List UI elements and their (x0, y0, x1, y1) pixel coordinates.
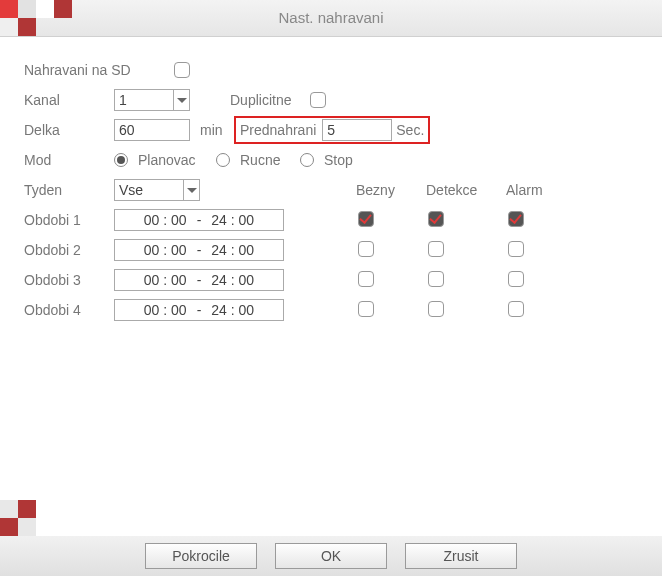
col-alarm: Alarm (506, 182, 566, 198)
period-from: 00 : 00 (144, 272, 187, 288)
period-time-input[interactable]: 00 : 00-24 : 00 (114, 209, 284, 231)
period-alarm-checkbox[interactable] (508, 241, 524, 257)
period-to: 24 : 00 (211, 212, 254, 228)
advanced-button[interactable]: Pokrocile (145, 543, 257, 569)
period-label: Obdobi 2 (24, 242, 114, 258)
period-from: 00 : 00 (144, 212, 187, 228)
period-detekce-checkbox[interactable] (428, 271, 444, 287)
mod-label: Mod (24, 152, 114, 168)
logo-pixel (54, 0, 72, 18)
pred-input[interactable] (323, 120, 393, 140)
plan-label: Planovac (138, 152, 216, 168)
delka-input[interactable] (115, 120, 191, 140)
period-bezny-checkbox[interactable] (358, 241, 374, 257)
period-row-1: Obdobi 100 : 00-24 : 00 (24, 205, 638, 235)
period-sep: - (197, 302, 202, 318)
period-sep: - (197, 242, 202, 258)
sd-checkbox[interactable] (174, 62, 190, 78)
delka-input-box[interactable] (114, 119, 190, 141)
period-label: Obdobi 1 (24, 212, 114, 228)
chevron-down-icon[interactable] (173, 90, 189, 110)
period-bezny-checkbox[interactable] (358, 271, 374, 287)
rucne-label: Rucne (240, 152, 300, 168)
period-to: 24 : 00 (211, 242, 254, 258)
period-bezny-checkbox[interactable] (358, 301, 374, 317)
period-alarm-checkbox[interactable] (508, 211, 524, 227)
content-area: Nahravani na SD Kanal Duplicitne Delka m… (0, 37, 662, 325)
chevron-down-icon[interactable] (183, 180, 199, 200)
corner-logo (0, 500, 36, 536)
tyden-value[interactable] (115, 180, 183, 200)
period-from: 00 : 00 (144, 242, 187, 258)
cancel-button[interactable]: Zrusit (405, 543, 517, 569)
period-alarm-checkbox[interactable] (508, 301, 524, 317)
period-row-3: Obdobi 300 : 00-24 : 00 (24, 265, 638, 295)
radio-stop[interactable] (300, 153, 314, 167)
period-to: 24 : 00 (211, 272, 254, 288)
logo-pixel (18, 0, 36, 18)
period-bezny-checkbox[interactable] (358, 211, 374, 227)
footer: Pokrocile OK Zrusit (0, 536, 662, 576)
window-title: Nast. nahravani (0, 0, 662, 36)
radio-rucne[interactable] (216, 153, 230, 167)
col-bezny: Bezny (356, 182, 426, 198)
logo-pixel (0, 0, 18, 18)
period-row-4: Obdobi 400 : 00-24 : 00 (24, 295, 638, 325)
delka-label: Delka (24, 122, 114, 138)
period-from: 00 : 00 (144, 302, 187, 318)
ok-button[interactable]: OK (275, 543, 387, 569)
dup-checkbox[interactable] (310, 92, 326, 108)
sd-label: Nahravani na SD (24, 62, 174, 78)
period-to: 24 : 00 (211, 302, 254, 318)
period-label: Obdobi 4 (24, 302, 114, 318)
tyden-label: Tyden (24, 182, 114, 198)
period-time-input[interactable]: 00 : 00-24 : 00 (114, 269, 284, 291)
period-detekce-checkbox[interactable] (428, 301, 444, 317)
sec-label: Sec. (396, 122, 424, 138)
period-detekce-checkbox[interactable] (428, 241, 444, 257)
stop-label: Stop (324, 152, 353, 168)
title-bar: Nast. nahravani (0, 0, 662, 37)
kanal-value[interactable] (115, 90, 173, 110)
kanal-select[interactable] (114, 89, 190, 111)
period-alarm-checkbox[interactable] (508, 271, 524, 287)
period-time-input[interactable]: 00 : 00-24 : 00 (114, 299, 284, 321)
tyden-select[interactable] (114, 179, 200, 201)
kanal-label: Kanal (24, 92, 114, 108)
logo-pixel (0, 18, 18, 36)
period-row-2: Obdobi 200 : 00-24 : 00 (24, 235, 638, 265)
period-detekce-checkbox[interactable] (428, 211, 444, 227)
pred-input-box[interactable] (322, 119, 392, 141)
period-time-input[interactable]: 00 : 00-24 : 00 (114, 239, 284, 261)
pred-label: Prednahrani (240, 122, 316, 138)
col-detekce: Detekce (426, 182, 506, 198)
logo-pixel (18, 18, 36, 36)
logo-pixel (36, 0, 54, 18)
dup-label: Duplicitne (230, 92, 310, 108)
min-label: min (200, 122, 234, 138)
radio-planovac[interactable] (114, 153, 128, 167)
period-sep: - (197, 272, 202, 288)
period-sep: - (197, 212, 202, 228)
prednahrani-highlight: Prednahrani Sec. (234, 116, 430, 144)
period-label: Obdobi 3 (24, 272, 114, 288)
